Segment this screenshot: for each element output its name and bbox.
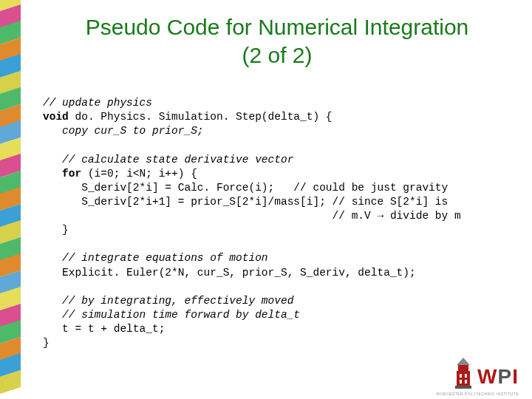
pseudocode-block: // update physics void do. Physics. Simu… — [43, 96, 510, 350]
code-line: Explicit. Euler(2*N, cur_S, prior_S, S_d… — [43, 267, 416, 279]
code-keyword-for: for — [43, 168, 81, 180]
arrow-icon: → — [377, 210, 383, 222]
svg-rect-4 — [465, 374, 467, 378]
code-line: S_deriv[2*i] = Calc. Force(i); // could … — [43, 182, 448, 194]
logo-letter-i: I — [512, 365, 519, 388]
wpi-text: WPI — [477, 366, 519, 389]
left-color-stripe — [0, 0, 21, 399]
code-line: } — [43, 224, 69, 236]
code-line: // m.V — [43, 210, 377, 222]
svg-rect-0 — [457, 371, 470, 387]
slide-title: Pseudo Code for Numerical Integration(2 … — [37, 13, 517, 69]
code-line: divide by m — [383, 210, 460, 222]
wpi-subtitle: WORCESTER POLYTECHNIC INSTITUTE — [436, 392, 519, 396]
code-keyword-void: void — [43, 111, 69, 123]
logo-letter-p: P — [498, 365, 513, 388]
code-comment: // by integrating, effectively moved — [43, 295, 293, 307]
logo-letter-w: W — [477, 365, 497, 388]
code-comment: // calculate state derivative vector — [43, 154, 293, 166]
code-line: S_deriv[2*i+1] = prior_S[2*i]/mass[i]; /… — [43, 196, 448, 208]
svg-rect-7 — [455, 386, 471, 389]
code-line: } — [43, 337, 50, 349]
code-comment: // update physics — [43, 97, 152, 109]
code-line: t = t + delta_t; — [43, 323, 165, 335]
code-line: do. Physics. Simulation. Step(delta_t) { — [69, 111, 332, 123]
svg-marker-2 — [457, 358, 470, 365]
code-line: copy cur_S to prior_S; — [43, 125, 204, 137]
svg-rect-6 — [465, 380, 467, 383]
code-line: (i=0; i<N; i++) { — [81, 168, 197, 180]
slide: Pseudo Code for Numerical Integration(2 … — [0, 0, 532, 399]
svg-rect-1 — [458, 365, 468, 371]
svg-rect-5 — [460, 380, 462, 383]
svg-rect-3 — [460, 374, 462, 378]
code-comment: // integrate equations of motion — [43, 252, 268, 264]
wpi-tower-icon — [454, 358, 473, 389]
code-comment: // simulation time forward by delta_t — [43, 309, 300, 321]
wpi-logo: WPI — [454, 358, 519, 389]
